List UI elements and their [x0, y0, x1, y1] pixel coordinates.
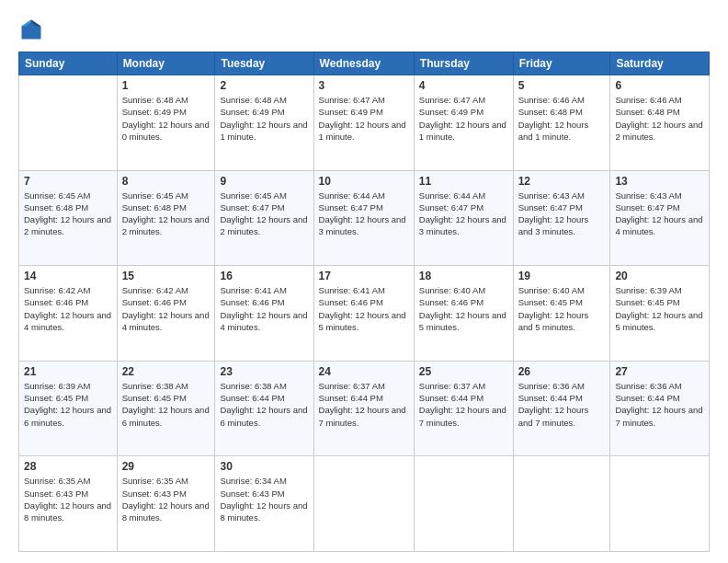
week-row-2: 14Sunrise: 6:42 AMSunset: 6:46 PMDayligh…	[19, 266, 710, 362]
calendar-cell: 20Sunrise: 6:39 AMSunset: 6:45 PMDayligh…	[610, 266, 710, 362]
calendar-cell	[19, 75, 118, 171]
header-day-wednesday: Wednesday	[313, 52, 414, 75]
day-info: Sunrise: 6:44 AMSunset: 6:47 PMDaylight:…	[319, 190, 409, 238]
week-row-0: 1Sunrise: 6:48 AMSunset: 6:49 PMDaylight…	[19, 75, 710, 171]
day-number: 28	[24, 460, 112, 473]
calendar-cell: 18Sunrise: 6:40 AMSunset: 6:46 PMDayligh…	[414, 266, 513, 362]
day-number: 11	[419, 175, 508, 188]
day-info: Sunrise: 6:45 AMSunset: 6:48 PMDaylight:…	[24, 190, 112, 238]
day-number: 4	[419, 79, 508, 92]
day-number: 2	[220, 79, 308, 92]
day-info: Sunrise: 6:35 AMSunset: 6:43 PMDaylight:…	[24, 475, 112, 523]
calendar-cell: 17Sunrise: 6:41 AMSunset: 6:46 PMDayligh…	[313, 266, 414, 362]
calendar-cell: 16Sunrise: 6:41 AMSunset: 6:46 PMDayligh…	[215, 266, 313, 362]
day-info: Sunrise: 6:42 AMSunset: 6:46 PMDaylight:…	[24, 284, 112, 333]
page: SundayMondayTuesdayWednesdayThursdayFrid…	[0, 0, 728, 563]
calendar-cell: 21Sunrise: 6:39 AMSunset: 6:45 PMDayligh…	[19, 361, 118, 456]
header-day-tuesday: Tuesday	[215, 52, 313, 75]
day-info: Sunrise: 6:36 AMSunset: 6:44 PMDaylight:…	[615, 380, 704, 429]
logo-icon	[18, 17, 44, 42]
day-info: Sunrise: 6:45 AMSunset: 6:48 PMDaylight:…	[122, 190, 210, 238]
day-info: Sunrise: 6:48 AMSunset: 6:49 PMDaylight:…	[122, 94, 210, 143]
day-info: Sunrise: 6:47 AMSunset: 6:49 PMDaylight:…	[319, 94, 409, 143]
calendar-cell: 23Sunrise: 6:38 AMSunset: 6:44 PMDayligh…	[215, 361, 313, 456]
day-info: Sunrise: 6:43 AMSunset: 6:47 PMDaylight:…	[615, 190, 704, 238]
calendar-cell: 14Sunrise: 6:42 AMSunset: 6:46 PMDayligh…	[19, 266, 118, 362]
calendar-cell: 30Sunrise: 6:34 AMSunset: 6:43 PMDayligh…	[215, 456, 313, 552]
calendar-cell: 24Sunrise: 6:37 AMSunset: 6:44 PMDayligh…	[313, 361, 414, 456]
day-number: 13	[615, 175, 704, 188]
day-info: Sunrise: 6:34 AMSunset: 6:43 PMDaylight:…	[220, 475, 308, 523]
day-info: Sunrise: 6:45 AMSunset: 6:47 PMDaylight:…	[220, 190, 308, 238]
svg-marker-0	[22, 20, 41, 40]
day-info: Sunrise: 6:42 AMSunset: 6:46 PMDaylight:…	[122, 284, 210, 333]
week-row-1: 7Sunrise: 6:45 AMSunset: 6:48 PMDaylight…	[19, 170, 710, 266]
day-info: Sunrise: 6:39 AMSunset: 6:45 PMDaylight:…	[24, 380, 112, 429]
week-row-4: 28Sunrise: 6:35 AMSunset: 6:43 PMDayligh…	[19, 456, 710, 552]
calendar-cell: 26Sunrise: 6:36 AMSunset: 6:44 PMDayligh…	[513, 361, 610, 456]
day-info: Sunrise: 6:40 AMSunset: 6:46 PMDaylight:…	[419, 284, 508, 333]
calendar-header: SundayMondayTuesdayWednesdayThursdayFrid…	[19, 52, 710, 75]
day-number: 7	[24, 175, 112, 188]
day-number: 26	[518, 365, 606, 378]
day-number: 25	[419, 365, 508, 378]
day-number: 30	[220, 460, 308, 473]
calendar-cell: 28Sunrise: 6:35 AMSunset: 6:43 PMDayligh…	[19, 456, 118, 552]
calendar-cell: 13Sunrise: 6:43 AMSunset: 6:47 PMDayligh…	[610, 170, 710, 266]
day-info: Sunrise: 6:43 AMSunset: 6:47 PMDaylight:…	[518, 190, 606, 238]
day-info: Sunrise: 6:36 AMSunset: 6:44 PMDaylight:…	[518, 380, 606, 429]
day-info: Sunrise: 6:46 AMSunset: 6:48 PMDaylight:…	[518, 94, 606, 143]
day-number: 15	[122, 270, 210, 282]
calendar-cell: 7Sunrise: 6:45 AMSunset: 6:48 PMDaylight…	[19, 170, 118, 266]
logo	[18, 17, 48, 42]
calendar-cell	[414, 456, 513, 552]
day-number: 22	[122, 365, 210, 378]
day-number: 6	[615, 79, 704, 92]
header-day-sunday: Sunday	[19, 52, 118, 75]
header-day-saturday: Saturday	[610, 52, 710, 75]
calendar-cell: 25Sunrise: 6:37 AMSunset: 6:44 PMDayligh…	[414, 361, 513, 456]
day-info: Sunrise: 6:35 AMSunset: 6:43 PMDaylight:…	[122, 475, 210, 523]
day-number: 3	[319, 79, 409, 92]
calendar-cell: 6Sunrise: 6:46 AMSunset: 6:48 PMDaylight…	[610, 75, 710, 171]
week-row-3: 21Sunrise: 6:39 AMSunset: 6:45 PMDayligh…	[19, 361, 710, 456]
day-number: 19	[518, 270, 606, 282]
calendar-cell: 12Sunrise: 6:43 AMSunset: 6:47 PMDayligh…	[513, 170, 610, 266]
calendar-cell	[610, 456, 710, 552]
day-number: 27	[615, 365, 704, 378]
day-number: 5	[518, 79, 606, 92]
calendar-table: SundayMondayTuesdayWednesdayThursdayFrid…	[18, 52, 710, 552]
day-number: 29	[122, 460, 210, 473]
header	[18, 17, 710, 42]
calendar-cell: 22Sunrise: 6:38 AMSunset: 6:45 PMDayligh…	[117, 361, 215, 456]
day-number: 12	[518, 175, 606, 188]
day-number: 18	[419, 270, 508, 282]
calendar-cell: 27Sunrise: 6:36 AMSunset: 6:44 PMDayligh…	[610, 361, 710, 456]
day-number: 21	[24, 365, 112, 378]
calendar-cell: 29Sunrise: 6:35 AMSunset: 6:43 PMDayligh…	[117, 456, 215, 552]
day-info: Sunrise: 6:37 AMSunset: 6:44 PMDaylight:…	[419, 380, 508, 429]
day-number: 1	[122, 79, 210, 92]
header-day-monday: Monday	[117, 52, 215, 75]
day-info: Sunrise: 6:38 AMSunset: 6:44 PMDaylight:…	[220, 380, 308, 429]
day-info: Sunrise: 6:44 AMSunset: 6:47 PMDaylight:…	[419, 190, 508, 238]
calendar-cell: 8Sunrise: 6:45 AMSunset: 6:48 PMDaylight…	[117, 170, 215, 266]
day-info: Sunrise: 6:38 AMSunset: 6:45 PMDaylight:…	[122, 380, 210, 429]
day-number: 20	[615, 270, 704, 282]
day-info: Sunrise: 6:41 AMSunset: 6:46 PMDaylight:…	[319, 284, 409, 333]
calendar-cell: 5Sunrise: 6:46 AMSunset: 6:48 PMDaylight…	[513, 75, 610, 171]
calendar-body: 1Sunrise: 6:48 AMSunset: 6:49 PMDaylight…	[19, 75, 710, 552]
header-day-thursday: Thursday	[414, 52, 513, 75]
calendar-cell: 1Sunrise: 6:48 AMSunset: 6:49 PMDaylight…	[117, 75, 215, 171]
day-number: 8	[122, 175, 210, 188]
calendar-cell: 19Sunrise: 6:40 AMSunset: 6:45 PMDayligh…	[513, 266, 610, 362]
day-info: Sunrise: 6:48 AMSunset: 6:49 PMDaylight:…	[220, 94, 308, 143]
day-info: Sunrise: 6:46 AMSunset: 6:48 PMDaylight:…	[615, 94, 704, 143]
calendar-cell	[313, 456, 414, 552]
calendar-cell: 11Sunrise: 6:44 AMSunset: 6:47 PMDayligh…	[414, 170, 513, 266]
day-number: 17	[319, 270, 409, 282]
calendar-cell: 4Sunrise: 6:47 AMSunset: 6:49 PMDaylight…	[414, 75, 513, 171]
day-info: Sunrise: 6:37 AMSunset: 6:44 PMDaylight:…	[319, 380, 409, 429]
day-number: 10	[319, 175, 409, 188]
calendar-cell: 10Sunrise: 6:44 AMSunset: 6:47 PMDayligh…	[313, 170, 414, 266]
